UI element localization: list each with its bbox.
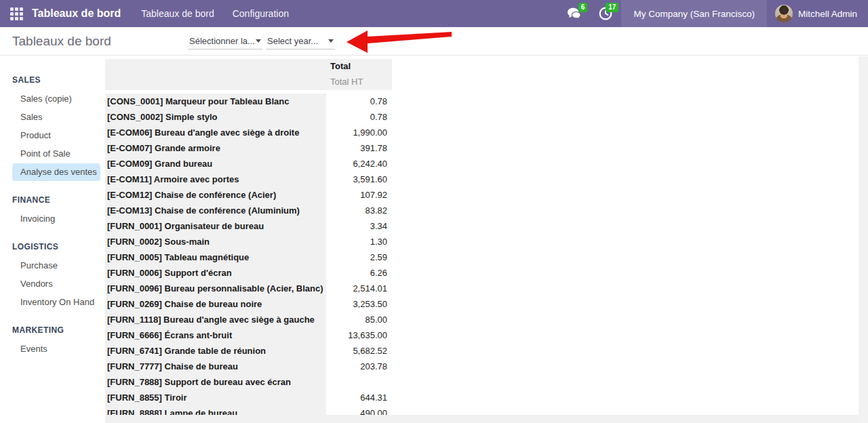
table-row: [FURN_0002] Sous-main1.30 bbox=[105, 234, 392, 249]
table-row: [FURN_0096] Bureau personnalisable (Acie… bbox=[105, 281, 392, 296]
horizontal-scrollbar[interactable] bbox=[105, 415, 868, 423]
row-label[interactable]: [E-COM09] Grand bureau bbox=[105, 156, 326, 172]
chevron-down-icon bbox=[328, 39, 334, 43]
row-value: 13,635.00 bbox=[326, 327, 392, 343]
row-value: 6.26 bbox=[326, 265, 392, 281]
sidebar-section-title: MARKETING bbox=[0, 321, 105, 340]
menu-configuration[interactable]: Configuration bbox=[233, 8, 289, 19]
row-value: 1.30 bbox=[326, 234, 392, 249]
table-row: [FURN_0269] Chaise de bureau noire3,253.… bbox=[105, 296, 392, 312]
row-value: 391.78 bbox=[326, 140, 392, 156]
apps-grid-icon bbox=[10, 7, 23, 20]
sidebar-section-title: FINANCE bbox=[0, 191, 105, 209]
top-menu-bar: Tableaux de bord Configuration bbox=[141, 8, 307, 19]
table-row: [FURN_0005] Tableau magnétique2.59 bbox=[105, 249, 392, 265]
company-switcher[interactable]: My Company (San Francisco) bbox=[621, 0, 767, 27]
year-select[interactable]: Select year... bbox=[266, 34, 335, 49]
sidebar-item-analyse-des-ventes[interactable]: Analyse des ventes bbox=[12, 163, 100, 181]
table-row: [FURN_6741] Grande table de réunion5,682… bbox=[105, 343, 392, 359]
row-value: 85.00 bbox=[326, 312, 392, 327]
activities-count-badge: 17 bbox=[606, 3, 618, 12]
table-row: [E-COM06] Bureau d'angle avec siège à dr… bbox=[105, 125, 392, 140]
table-row: [FURN_8855] Tiroir644.31 bbox=[105, 390, 392, 405]
sidebar-section-sales: SALESSales (copie)SalesProductPoint of S… bbox=[0, 71, 105, 181]
row-label[interactable]: [FURN_0002] Sous-main bbox=[105, 234, 326, 249]
sidebar-section-title: SALES bbox=[0, 71, 105, 89]
sidebar-section-logistics: LOGISTICSPurchaseVendorsInventory On Han… bbox=[0, 238, 105, 311]
annotation-arrow-icon bbox=[344, 29, 453, 54]
vertical-scrollbar[interactable] bbox=[859, 56, 868, 423]
row-value: 83.82 bbox=[326, 203, 392, 218]
row-label[interactable]: [E-COM06] Bureau d'angle avec siège à dr… bbox=[105, 125, 326, 140]
row-label[interactable]: [FURN_6741] Grande table de réunion bbox=[105, 343, 326, 359]
sidebar-sections: SALESSales (copie)SalesProductPoint of S… bbox=[0, 71, 105, 358]
user-menu[interactable]: Mitchell Admin bbox=[767, 0, 868, 27]
row-value: 3,253.50 bbox=[326, 296, 392, 312]
table-row: [CONS_0001] Marqueur pour Tableau Blanc0… bbox=[105, 94, 392, 109]
row-label[interactable]: [FURN_0096] Bureau personnalisable (Acie… bbox=[105, 281, 326, 296]
top-navbar: Tableaux de bord Tableaux de bord Config… bbox=[0, 0, 868, 27]
sidebar-item-product[interactable]: Product bbox=[12, 127, 100, 144]
pivot-header: Total Total HT bbox=[105, 59, 392, 90]
row-label[interactable]: [FURN_8855] Tiroir bbox=[105, 390, 326, 405]
row-label[interactable]: [FURN_0006] Support d'écran bbox=[105, 265, 326, 281]
app-name[interactable]: Tableaux de bord bbox=[32, 7, 121, 20]
row-value: 0.78 bbox=[326, 94, 392, 109]
messages-count-badge: 6 bbox=[578, 3, 588, 12]
sidebar-item-events[interactable]: Events bbox=[12, 340, 100, 358]
control-panel: Tableaux de bord Sélectionner la... Sele… bbox=[0, 27, 868, 56]
row-label[interactable]: [FURN_7777] Chaise de bureau bbox=[105, 359, 326, 374]
user-name: Mitchell Admin bbox=[798, 9, 857, 19]
row-value: 2.59 bbox=[326, 249, 392, 265]
table-row: [E-COM09] Grand bureau6,242.40 bbox=[105, 156, 392, 172]
row-label[interactable]: [FURN_7888] Support de bureau avec écran bbox=[105, 374, 326, 390]
row-value: 2,514.01 bbox=[326, 281, 392, 296]
main-panel: Total Total HT [CONS_0001] Marqueur pour… bbox=[105, 56, 868, 423]
row-label[interactable]: [E-COM07] Grande armoire bbox=[105, 140, 326, 156]
row-label[interactable]: [FURN_0001] Organisateur de bureau bbox=[105, 218, 326, 234]
row-value: 203.78 bbox=[326, 359, 392, 374]
sidebar-item-sales-copie[interactable]: Sales (copie) bbox=[12, 90, 100, 108]
row-value: 1,990.00 bbox=[326, 125, 392, 140]
activities-button[interactable]: 17 bbox=[590, 0, 621, 27]
row-value: 107.92 bbox=[326, 187, 392, 203]
messages-button[interactable]: 6 bbox=[559, 0, 590, 27]
year-select-value: Select year... bbox=[267, 36, 318, 46]
apps-menu-button[interactable] bbox=[0, 0, 32, 27]
row-label[interactable]: [CONS_0001] Marqueur pour Tableau Blanc bbox=[105, 94, 326, 109]
sidebar-item-sales[interactable]: Sales bbox=[12, 108, 100, 126]
row-label[interactable]: [E-COM11] Armoire avec portes bbox=[105, 172, 326, 187]
sidebar-section-marketing: MARKETINGEvents bbox=[0, 321, 105, 358]
dashboard-filters: Sélectionner la... Select year... bbox=[188, 27, 335, 56]
dashboard-select[interactable]: Sélectionner la... bbox=[188, 34, 262, 49]
table-row: [E-COM12] Chaise de conférence (Acier)10… bbox=[105, 187, 392, 203]
table-row: [E-COM13] Chaise de conférence (Aluminiu… bbox=[105, 203, 392, 218]
page-title: Tableaux de bord bbox=[12, 27, 111, 56]
sidebar-item-point-of-sale[interactable]: Point of Sale bbox=[12, 145, 100, 163]
table-row: [FURN_7888] Support de bureau avec écran bbox=[105, 374, 392, 390]
row-label[interactable]: [FURN_6666] Écrans ant-bruit bbox=[105, 327, 326, 343]
row-value: 0.78 bbox=[326, 109, 392, 125]
column-header-total[interactable]: Total bbox=[326, 59, 392, 74]
sidebar-item-vendors[interactable]: Vendors bbox=[12, 275, 100, 293]
column-subheader-total-ht[interactable]: Total HT bbox=[326, 74, 392, 90]
sidebar-item-invoicing[interactable]: Invoicing bbox=[12, 210, 100, 228]
sidebar-item-inventory-on-hand[interactable]: Inventory On Hand bbox=[12, 294, 100, 311]
pivot-rows: [CONS_0001] Marqueur pour Tableau Blanc0… bbox=[105, 94, 392, 421]
content-area: SALESSales (copie)SalesProductPoint of S… bbox=[0, 56, 868, 423]
table-row: [FURN_0001] Organisateur de bureau3.34 bbox=[105, 218, 392, 234]
row-label[interactable]: [FURN_0005] Tableau magnétique bbox=[105, 249, 326, 265]
sidebar-item-purchase[interactable]: Purchase bbox=[12, 257, 100, 275]
menu-tableaux-de-bord[interactable]: Tableaux de bord bbox=[141, 8, 214, 19]
sidebar: SALESSales (copie)SalesProductPoint of S… bbox=[0, 56, 105, 423]
topbar-systray: 6 17 My Company (San Francisco) Mitchell… bbox=[559, 0, 868, 27]
row-label[interactable]: [FURN_0269] Chaise de bureau noire bbox=[105, 296, 326, 312]
table-row: [FURN_1118] Bureau d'angle avec siège à … bbox=[105, 312, 392, 327]
row-label[interactable]: [FURN_1118] Bureau d'angle avec siège à … bbox=[105, 312, 326, 327]
row-label[interactable]: [E-COM13] Chaise de conférence (Aluminiu… bbox=[105, 203, 326, 218]
table-row: [FURN_7777] Chaise de bureau203.78 bbox=[105, 359, 392, 374]
table-row: [CONS_0002] Simple stylo0.78 bbox=[105, 109, 392, 125]
row-value: 5,682.52 bbox=[326, 343, 392, 359]
row-label[interactable]: [CONS_0002] Simple stylo bbox=[105, 109, 326, 125]
row-label[interactable]: [E-COM12] Chaise de conférence (Acier) bbox=[105, 187, 326, 203]
